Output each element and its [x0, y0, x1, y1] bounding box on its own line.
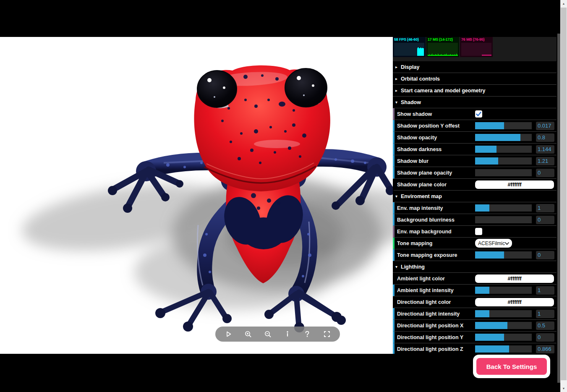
- slider-shadow-position-y-offest[interactable]: [475, 122, 532, 129]
- row-widget: [475, 228, 482, 235]
- slider-fill: [475, 310, 489, 317]
- slider-env-map-intensity[interactable]: [475, 204, 532, 212]
- section-label: Orbital controls: [401, 76, 440, 82]
- section-display[interactable]: ▸Display: [393, 61, 557, 73]
- row-label: Shadow darkness: [397, 146, 475, 152]
- slider-shadow-plane-opacity[interactable]: [475, 169, 532, 176]
- info-icon: [283, 330, 292, 338]
- value-tone-mapping-exposure[interactable]: 0: [536, 251, 554, 259]
- row-widget: 0.866: [475, 345, 554, 353]
- checkbox-env-map-background[interactable]: [475, 228, 482, 235]
- value-shadow-plane-opacity[interactable]: 0: [536, 169, 554, 177]
- stats-panel: 58 FPS (46-60)17 MS (14-172)76 MB (76-95…: [393, 37, 557, 61]
- row-directional-light-position-z: Directional light position Z0.866: [393, 343, 557, 354]
- stats-ms-panel[interactable]: 17 MS (14-172): [426, 37, 459, 57]
- slider-directional-light-position-z[interactable]: [475, 345, 532, 353]
- play-button[interactable]: [220, 328, 237, 340]
- scroll-up-icon[interactable]: ▲: [560, 0, 567, 7]
- row-widget: [475, 110, 482, 118]
- row-widget: 0.5: [475, 321, 554, 330]
- select-value: ACESFilmic: [478, 240, 505, 246]
- checkbox-show-shadow[interactable]: [475, 110, 482, 118]
- slider-fill: [475, 287, 489, 294]
- play-icon: [224, 330, 233, 338]
- row-label: Tone mapping: [397, 240, 475, 246]
- slider-fill: [475, 146, 496, 153]
- row-label: Show shadow: [397, 111, 475, 117]
- section-lighthing[interactable]: ▾Lighthing: [393, 261, 557, 273]
- help-button[interactable]: [299, 328, 316, 340]
- row-label: Directional light position X: [397, 323, 475, 329]
- value-directional-light-position-z[interactable]: 0.866: [536, 345, 554, 353]
- color-directional-light-color[interactable]: #ffffff: [475, 298, 554, 306]
- value-shadow-darkness[interactable]: 1.144: [536, 145, 554, 154]
- row-shadow-plane-color: Shadow plane color#ffffff: [393, 179, 557, 191]
- value-directional-light-position-y[interactable]: 0: [536, 333, 554, 342]
- row-widget: #ffffff: [475, 274, 554, 283]
- gui-sections: ▸Display▸Orbital controls▸Start camera a…: [393, 61, 557, 354]
- slider-background-blurriness[interactable]: [475, 216, 532, 223]
- row-directional-light-intensity: Directional light intensity1: [393, 308, 557, 320]
- scroll-down-icon[interactable]: ▼: [560, 385, 567, 392]
- zoom-in-button[interactable]: [240, 328, 256, 340]
- row-tone-mapping-exposure: Tone mapping exposure0: [393, 249, 557, 261]
- section-label: Enviroment map: [401, 193, 442, 199]
- color-ambient-light-color[interactable]: #ffffff: [475, 274, 554, 283]
- row-background-blurriness: Background blurriness0: [393, 214, 557, 226]
- section-enviroment-map[interactable]: ▾Enviroment map: [393, 191, 557, 202]
- row-directional-light-color: Directional light color#ffffff: [393, 296, 557, 308]
- value-shadow-blur[interactable]: 1.21: [536, 157, 554, 165]
- color-shadow-plane-color[interactable]: #ffffff: [475, 180, 554, 189]
- value-directional-light-position-x[interactable]: 0.5: [536, 321, 554, 330]
- row-shadow-plane-opacity: Shadow plane opacity0: [393, 167, 557, 179]
- slider-directional-light-intensity[interactable]: [475, 310, 532, 317]
- section-orbital-controls[interactable]: ▸Orbital controls: [393, 73, 557, 85]
- scrollbar-thumb[interactable]: [561, 8, 567, 380]
- row-label: Shadow position Y offest: [397, 123, 475, 129]
- select-tone-mapping[interactable]: ACESFilmic: [475, 239, 512, 248]
- slider-fill: [475, 322, 507, 329]
- stats-fps-graph: [394, 43, 424, 56]
- chevron-right-icon: ▸: [395, 65, 401, 69]
- slider-tone-mapping-exposure[interactable]: [475, 251, 532, 259]
- row-widget: ACESFilmic: [475, 239, 512, 248]
- slider-fill: [475, 345, 509, 353]
- zoom-out-button[interactable]: [259, 328, 276, 340]
- info-button[interactable]: [279, 328, 296, 340]
- stats-fps-panel[interactable]: 58 FPS (46-60): [393, 37, 426, 57]
- value-ambient-light-intensity[interactable]: 1: [536, 286, 554, 295]
- row-widget: 0: [475, 216, 554, 224]
- row-widget: 1: [475, 310, 554, 318]
- value-directional-light-intensity[interactable]: 1: [536, 310, 554, 318]
- stats-fps-label: 58 FPS (46-60): [394, 37, 419, 42]
- row-label: Env. map background: [397, 229, 475, 235]
- slider-shadow-opacity[interactable]: [475, 134, 532, 141]
- fullscreen-button[interactable]: [319, 328, 335, 340]
- slider-shadow-darkness[interactable]: [475, 146, 532, 153]
- value-env-map-intensity[interactable]: 1: [536, 204, 554, 212]
- row-label: Shadow blur: [397, 158, 475, 164]
- section-label: Shadow: [401, 99, 421, 105]
- value-shadow-opacity[interactable]: 0.8: [536, 133, 554, 142]
- stats-mb-graph: [461, 43, 491, 56]
- row-label: Shadow opacity: [397, 135, 475, 141]
- slider-fill: [475, 334, 504, 341]
- value-background-blurriness[interactable]: 0: [536, 216, 554, 224]
- chevron-right-icon: ▸: [395, 88, 401, 93]
- panel-scrollbar[interactable]: [557, 34, 560, 383]
- fullscreen-icon: [323, 330, 331, 338]
- value-shadow-position-y-offest[interactable]: 0.017: [536, 122, 554, 130]
- row-widget: 1: [475, 286, 554, 295]
- slider-shadow-blur[interactable]: [475, 157, 532, 165]
- viewport-canvas[interactable]: [0, 37, 393, 354]
- row-label: Directional light intensity: [397, 311, 475, 317]
- row-widget: #ffffff: [475, 180, 554, 189]
- back-to-settings-button[interactable]: Back To Settings: [476, 358, 547, 375]
- slider-directional-light-position-x[interactable]: [475, 322, 532, 329]
- stats-mb-panel[interactable]: 76 MB (76-95): [460, 37, 493, 57]
- slider-ambient-light-intensity[interactable]: [475, 287, 532, 294]
- section-shadow[interactable]: ▾Shadow: [393, 97, 557, 108]
- slider-directional-light-position-y[interactable]: [475, 334, 532, 341]
- slider-fill: [475, 134, 520, 141]
- section-start-camera-and-model-geometry[interactable]: ▸Start camera and model geometry: [393, 85, 557, 97]
